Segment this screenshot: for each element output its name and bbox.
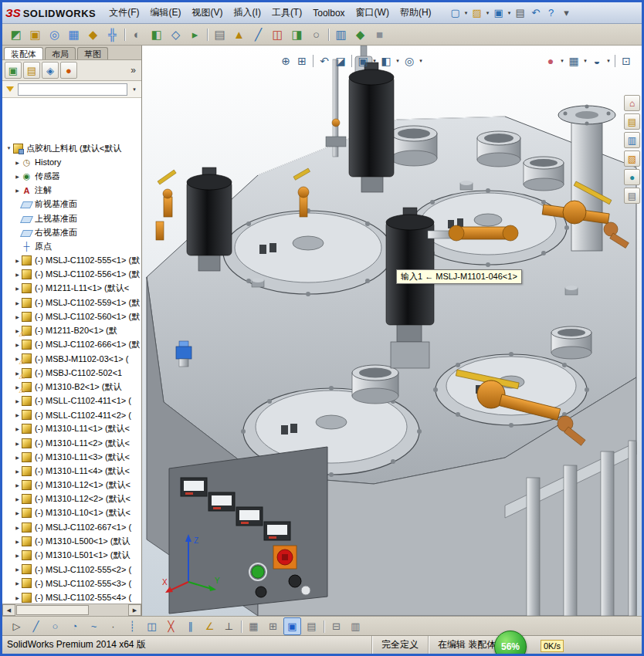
tree-item[interactable]: ▶(-) M1211-L11<1> (默认<: [2, 282, 141, 296]
tree-item[interactable]: ▶(-) M1310-L11<3> (默认<: [2, 450, 141, 464]
undo-icon[interactable]: ↶: [528, 5, 544, 21]
expand-arrow-icon[interactable]: ▶: [13, 174, 22, 179]
displaymanager-icon[interactable]: ●: [60, 62, 77, 79]
menu-window[interactable]: 窗口(W): [351, 5, 395, 21]
scroll-left-button[interactable]: ◀: [2, 604, 15, 616]
display-style-dropdown-icon[interactable]: ▾: [395, 58, 401, 64]
expand-arrow-icon[interactable]: ▶: [13, 525, 22, 530]
expand-arrow-icon[interactable]: ▶: [13, 160, 22, 165]
filter-dropdown-icon[interactable]: ▾: [131, 86, 137, 93]
new-motion-study-icon[interactable]: ▸: [186, 25, 204, 43]
view-settings-icon[interactable]: ◒: [589, 53, 605, 69]
tree-item[interactable]: 右视基准面: [2, 225, 141, 239]
tree-item[interactable]: ▶A注解: [2, 184, 141, 198]
hide-show-items-dropdown-icon[interactable]: ▾: [418, 58, 424, 64]
line-icon[interactable]: ╱: [27, 617, 45, 635]
large-assembly-mode-icon[interactable]: ■: [371, 25, 388, 43]
new-document-icon[interactable]: ▢: [448, 5, 463, 21]
expand-arrow-icon[interactable]: ▶: [13, 595, 22, 600]
save-icon[interactable]: ▣: [491, 5, 507, 21]
zoom-fit-icon[interactable]: ⊕: [278, 53, 293, 69]
tree-item[interactable]: ▶(-) M1310-L11<1> (默认<: [2, 422, 141, 436]
appearances-scenes-icon[interactable]: ●: [624, 169, 640, 185]
tree-item[interactable]: ▶(-) MSLJ-C1102-555<2> (: [2, 563, 141, 577]
expand-arrow-icon[interactable]: ▶: [13, 398, 22, 404]
tree-item[interactable]: ▶(-) M1310-L12<2> (默认<: [2, 492, 141, 506]
menu-file[interactable]: 文件(F): [103, 5, 144, 21]
spline-icon[interactable]: ~: [85, 617, 103, 635]
expand-arrow-icon[interactable]: ▶: [13, 286, 22, 291]
wireframe-view-icon[interactable]: ▤: [303, 617, 320, 635]
assembly-visualization-icon[interactable]: ▥: [332, 25, 350, 43]
clearance-verification-icon[interactable]: ◨: [288, 25, 306, 43]
print-icon[interactable]: ▤: [513, 5, 528, 21]
tree-item[interactable]: ▶⚠(-) MSBJ-M1102-03<1> (: [2, 352, 141, 366]
hide-show-items-icon[interactable]: ◎: [402, 53, 417, 69]
expand-arrow-icon[interactable]: ▶: [13, 188, 22, 193]
expand-arrow-icon[interactable]: ▶: [13, 580, 22, 586]
tree-item[interactable]: ▶◉传感器: [2, 169, 141, 183]
view-orientation-dropdown-icon[interactable]: ▾: [371, 58, 378, 64]
tree-item[interactable]: ▶(-) M1310-L10<1> (默认<: [2, 506, 141, 520]
menu-edit[interactable]: 编辑(E): [145, 5, 187, 21]
tree-item[interactable]: ▶⚠(-) M1211-B20<1> (默: [2, 323, 141, 337]
add-relation-icon[interactable]: ⊥: [220, 617, 238, 635]
snap-icon[interactable]: ⊞: [264, 617, 282, 635]
apply-scene-dropdown-icon[interactable]: ▾: [582, 58, 588, 64]
mate-icon[interactable]: ◎: [46, 25, 63, 43]
open-dropdown-icon[interactable]: ▾: [485, 10, 491, 16]
expand-arrow-icon[interactable]: ▶: [13, 314, 22, 320]
expand-arrow-icon[interactable]: ▶: [13, 300, 22, 306]
menu-view[interactable]: 视图(V): [187, 5, 229, 21]
expand-arrow-icon[interactable]: ▶: [13, 539, 22, 544]
circle-icon[interactable]: ○: [46, 617, 64, 635]
insert-component-icon[interactable]: ▣: [26, 25, 44, 43]
design-library-icon[interactable]: ▤: [624, 113, 640, 130]
expand-arrow-icon[interactable]: ▶: [13, 468, 22, 474]
featuremanager-icon[interactable]: ▣: [5, 62, 22, 79]
tree-item[interactable]: ▶(-) MSLJ-C1102-555<1> (默: [2, 254, 141, 268]
expand-arrow-icon[interactable]: ▶: [13, 482, 22, 488]
hide-menu-icon[interactable]: ▾: [559, 5, 575, 21]
assembly-features-icon[interactable]: ◧: [147, 25, 165, 43]
configurationmanager-icon[interactable]: ◈: [42, 62, 59, 79]
section-display-icon[interactable]: ⊟: [327, 617, 345, 635]
menu-insert[interactable]: 插入(I): [229, 5, 266, 21]
open-icon[interactable]: ▨: [469, 5, 485, 21]
expand-arrow-icon[interactable]: ▶: [13, 496, 22, 502]
apply-scene-icon[interactable]: ▦: [566, 53, 581, 69]
tab-assembly[interactable]: 装配体: [4, 47, 43, 59]
edit-part-icon[interactable]: ◩: [7, 25, 25, 43]
solidworks-resources-icon[interactable]: ⌂: [624, 95, 640, 111]
previous-view-icon[interactable]: ↶: [317, 53, 332, 69]
tree-item[interactable]: ▶(-) MSLJ-C1102-666<1> (默: [2, 338, 141, 352]
tree-item[interactable]: ▶⚠(-) M1310-B2<1> (默认: [2, 380, 141, 394]
scrollbar-thumb[interactable]: [16, 605, 89, 615]
tree-horizontal-scrollbar[interactable]: ◀ ▶: [2, 604, 141, 616]
grid-icon[interactable]: ▦: [245, 617, 263, 635]
view-orientation-icon[interactable]: ▣: [355, 53, 371, 69]
tree-item[interactable]: ▶⚠(-) MSBJ-C1102-502<1: [2, 366, 141, 380]
expand-arrow-icon[interactable]: ▶: [13, 566, 22, 572]
instant3d-icon[interactable]: ◆: [351, 25, 369, 43]
smart-fasteners-icon[interactable]: ◆: [84, 25, 102, 43]
edit-appearance-dropdown-icon[interactable]: ▾: [559, 58, 565, 64]
expand-arrow-icon[interactable]: ▶: [13, 426, 22, 431]
help-icon[interactable]: ?: [544, 5, 559, 21]
scroll-right-button[interactable]: ▶: [128, 604, 141, 616]
expand-arrow-icon[interactable]: ▶: [13, 342, 22, 347]
tree-item[interactable]: ▶(-) MSLJ-C1102-555<4> (: [2, 590, 141, 604]
shaded-view-icon[interactable]: ▣: [283, 617, 301, 635]
offset-entities-icon[interactable]: ∥: [181, 617, 199, 635]
edit-appearance-icon[interactable]: ●: [543, 53, 558, 69]
expand-arrow-icon[interactable]: ▶: [13, 455, 22, 460]
hole-alignment-icon[interactable]: ○: [307, 25, 325, 43]
menu-toolbox[interactable]: Toolbox: [307, 6, 350, 20]
tree-item[interactable]: ▶(-) M1310-L11<2> (默认<: [2, 436, 141, 450]
file-explorer-icon[interactable]: ▥: [624, 132, 640, 148]
custom-properties-icon[interactable]: ▤: [624, 188, 640, 204]
view-selector-icon[interactable]: ▥: [347, 617, 364, 635]
select-icon[interactable]: ▷: [8, 617, 25, 635]
point-icon[interactable]: ·: [104, 617, 122, 635]
explode-line-sketch-icon[interactable]: ╱: [249, 25, 267, 43]
